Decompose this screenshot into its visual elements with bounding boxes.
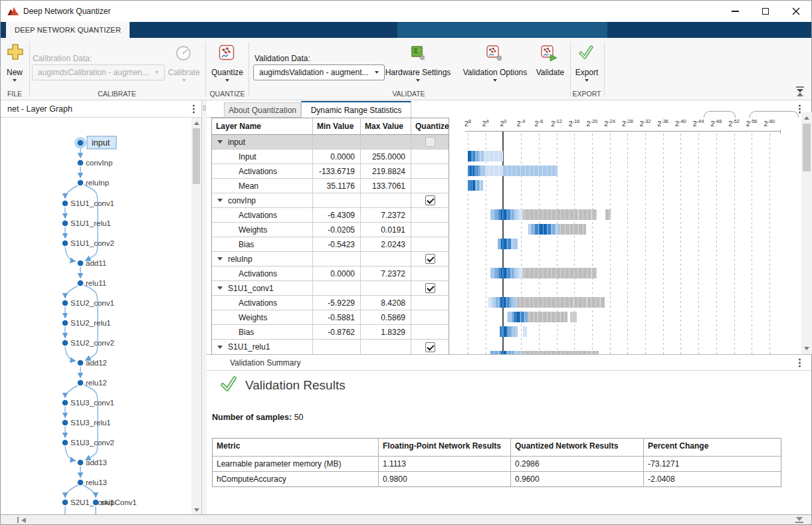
stats-row-S1U1_conv1[interactable]: S1U1_conv1: [212, 281, 449, 296]
collapse-triangle-icon[interactable]: [217, 140, 223, 144]
stats-row-Activations[interactable]: Activations-6.43097.2372: [212, 208, 449, 223]
tab-about-quantization[interactable]: About Quantization: [224, 102, 301, 118]
quantize-checkbox[interactable]: [425, 254, 435, 264]
app-window: Deep Network Quantizer DEEP NETWORK QUAN…: [0, 0, 812, 525]
scroll-up-icon[interactable]: [804, 116, 809, 120]
max-value-cell: 7.2372: [361, 208, 411, 222]
validation-summary-title: Validation Summary: [230, 358, 301, 368]
graph-node-relu13[interactable]: relu13: [78, 478, 107, 486]
quantize-checkbox[interactable]: [425, 195, 435, 205]
graph-node-input[interactable]: input: [74, 136, 116, 149]
new-dropdown-caret[interactable]: [13, 79, 17, 82]
hardware-settings-caret[interactable]: [416, 79, 420, 82]
graph-node-S1U2_relu1[interactable]: S1U2_relu1: [62, 319, 111, 327]
stats-row-Mean[interactable]: Mean35.1176133.7061: [212, 179, 449, 193]
graph-node-convInp[interactable]: convInp: [78, 159, 113, 167]
collapse-triangle-icon[interactable]: [217, 257, 223, 261]
stats-row-Weights[interactable]: Weights-0.02050.0191: [212, 223, 449, 237]
quantize-checkbox[interactable]: [425, 137, 435, 147]
collapse-bottom-panel-icon[interactable]: [795, 517, 803, 523]
validation-options-caret[interactable]: [493, 79, 497, 82]
graph-node-add13[interactable]: add13: [78, 459, 107, 467]
hardware-settings-icon[interactable]: [409, 45, 427, 64]
graph-node-S1U1_conv1[interactable]: S1U1_conv1: [62, 199, 114, 207]
graph-node-reluInp[interactable]: reluInp: [78, 179, 109, 187]
graph-node-S1U3_relu1[interactable]: S1U3_relu1: [62, 419, 111, 427]
dynamic-range-histogram[interactable]: 2824202-42-82-122-162-202-242-282-322-36…: [449, 118, 801, 354]
stats-row-reluInp[interactable]: reluInp: [212, 252, 449, 266]
stats-row-input[interactable]: input: [212, 135, 449, 150]
calibration-data-label: Calibration Data:: [33, 54, 92, 63]
min-value-cell: -0.0205: [313, 223, 361, 237]
panel-menu-icon[interactable]: [191, 103, 196, 114]
quantize-dropdown-caret[interactable]: [225, 79, 229, 82]
stats-row-S1U1_relu1[interactable]: S1U1_relu1: [212, 340, 449, 354]
axis-tick-label: 2-24: [604, 118, 615, 128]
tab-deep-network-quantizer[interactable]: DEEP NETWORK QUANTIZER: [6, 22, 130, 38]
validation-data-combo[interactable]: augimdsValidation - augment...: [253, 64, 385, 80]
calibrate-dropdown-caret[interactable]: [182, 79, 186, 82]
validation-options-button[interactable]: Validation Options: [463, 68, 528, 77]
scrollbar-thumb[interactable]: [193, 128, 200, 184]
collapse-triangle-icon[interactable]: [217, 286, 223, 290]
quantize-icon[interactable]: [219, 45, 235, 63]
graph-node-S1U1_conv2[interactable]: S1U1_conv2: [62, 239, 114, 247]
stats-row-Activations[interactable]: Activations-5.92298.4208: [212, 296, 449, 310]
scroll-down-icon[interactable]: [194, 508, 199, 512]
stats-row-Activations[interactable]: Activations0.00007.2372: [212, 266, 449, 281]
graph-scrollbar[interactable]: [191, 118, 201, 516]
quantize-checkbox[interactable]: [425, 342, 435, 352]
layer-graph-canvas[interactable]: inputconvInpreluInpS1U1_conv1S1U1_relu1S…: [1, 118, 192, 516]
graph-node-relu12[interactable]: relu12: [78, 379, 107, 387]
new-button[interactable]: New: [7, 68, 23, 77]
axis-tick-label: 20: [500, 118, 506, 128]
histogram-scrollbar[interactable]: [801, 112, 812, 354]
maximize-button[interactable]: [750, 1, 781, 22]
scrollbar-thumb[interactable]: [803, 124, 811, 171]
title-bar: Deep Network Quantizer: [1, 1, 811, 22]
tab-dynamic-range-statistics[interactable]: Dynamic Range Statistics: [301, 101, 411, 118]
panel-menu-icon[interactable]: [797, 357, 802, 368]
graph-node-S1U3_conv2[interactable]: S1U3_conv2: [62, 439, 114, 447]
new-icon[interactable]: [7, 43, 24, 63]
graph-node-S1U1_relu1[interactable]: S1U1_relu1: [62, 219, 111, 227]
graph-node-S1U2_conv2[interactable]: S1U2_conv2: [62, 339, 114, 347]
svg-text:input: input: [92, 138, 110, 148]
max-value-cell: 8.4208: [361, 296, 411, 310]
stats-row-Bias[interactable]: Bias-0.87621.8329: [212, 325, 449, 340]
graph-node-add12[interactable]: add12: [78, 359, 107, 367]
collapse-triangle-icon[interactable]: [217, 346, 223, 349]
calibrate-gauge-icon[interactable]: [175, 45, 192, 64]
stats-row-Input[interactable]: Input0.0000255.0000: [212, 150, 449, 164]
scroll-down-icon[interactable]: [804, 347, 809, 350]
hardware-settings-button[interactable]: Hardware Settings: [385, 68, 451, 77]
validate-button[interactable]: Validate: [536, 68, 564, 77]
graph-node-relu11[interactable]: relu11: [78, 279, 106, 287]
validation-options-icon[interactable]: [486, 45, 504, 65]
calibration-data-combo[interactable]: augimdsCalibration - augmen...: [32, 64, 165, 80]
close-button[interactable]: [781, 1, 811, 22]
stats-row-Activations[interactable]: Activations-133.6719219.8824: [212, 164, 449, 179]
graph-node-S1U3_conv1[interactable]: S1U3_conv1: [62, 399, 114, 407]
quantize-checkbox[interactable]: [425, 283, 435, 293]
graph-node-add11[interactable]: add11: [78, 259, 106, 267]
quantize-button[interactable]: Quantize: [211, 68, 243, 77]
collapse-triangle-icon[interactable]: [217, 199, 223, 202]
validate-icon[interactable]: [541, 45, 558, 65]
layer-name-cell: S1U1_relu1: [212, 340, 313, 354]
histogram-bin-overlay: [488, 297, 604, 308]
export-dropdown-caret[interactable]: [585, 79, 589, 82]
stats-row-Weights[interactable]: Weights-0.58810.5869: [212, 310, 449, 325]
collapse-ribbon-button[interactable]: [795, 86, 805, 96]
scroll-up-icon[interactable]: [194, 122, 199, 125]
graph-node-S1U2_conv1[interactable]: S1U2_conv1: [62, 299, 114, 307]
panel-splitter[interactable]: [202, 100, 207, 516]
gridline: [663, 134, 664, 354]
collapse-left-panel-icon[interactable]: [17, 517, 26, 523]
minimize-button[interactable]: [720, 1, 750, 22]
calibrate-button[interactable]: Calibrate: [168, 68, 200, 77]
stats-row-Bias[interactable]: Bias-0.54232.0243: [212, 237, 449, 252]
stats-row-convInp[interactable]: convInp: [212, 193, 449, 208]
export-button[interactable]: Export: [575, 68, 599, 77]
export-check-icon[interactable]: [578, 45, 594, 63]
